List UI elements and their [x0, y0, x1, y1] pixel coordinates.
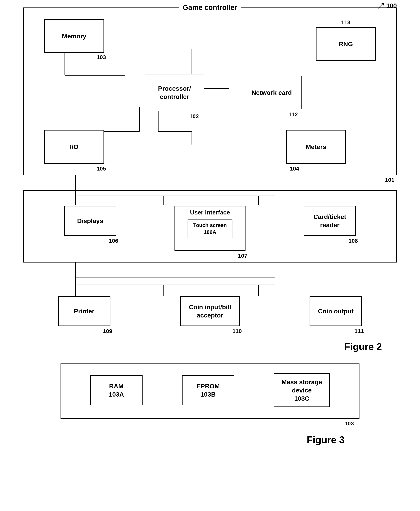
meters-ref: 104: [290, 166, 299, 172]
network-box: Network card: [242, 76, 301, 109]
card-ticket-container: Card/ticketreader 108: [304, 206, 356, 236]
figure3-box: RAM103A EPROM103B Mass storagedevice103C: [60, 364, 360, 419]
printer-ref: 109: [103, 328, 112, 334]
meters-box: Meters: [286, 130, 346, 164]
card-ticket-ref: 108: [348, 238, 358, 244]
card-ticket-label: Card/ticketreader: [313, 213, 346, 229]
processor-ref: 102: [189, 113, 199, 120]
coin-output-ref: 111: [354, 328, 364, 334]
displays-label: Displays: [77, 217, 103, 225]
mass-storage-box: Mass storagedevice103C: [274, 374, 330, 407]
displays-box: Displays: [64, 206, 116, 236]
user-interface-container: User interface Touch screen106A 107: [174, 206, 246, 251]
ram-label: RAM103A: [109, 382, 124, 398]
coin-input-container: Coin input/billacceptor 110: [180, 296, 240, 326]
user-interface-box: User interface Touch screen106A: [174, 206, 246, 251]
game-controller-title: Game controller: [179, 4, 241, 12]
io-box: I/O: [44, 130, 104, 164]
printer-box: Printer: [58, 296, 110, 326]
external-row1-wrapper: Displays 106 User interface Touch screen…: [23, 190, 397, 262]
row1-to-row2-connector: [23, 262, 397, 277]
rng-label: RNG: [339, 40, 353, 48]
ext-row1-box: Displays 106 User interface Touch screen…: [23, 190, 397, 262]
memory-label: Memory: [62, 32, 86, 40]
rng-box: RNG: [316, 27, 376, 61]
coin-input-box: Coin input/billacceptor: [180, 296, 240, 326]
network-label: Network card: [251, 88, 292, 97]
eprom-label: EPROM103B: [196, 382, 220, 398]
io-ref: 105: [97, 166, 106, 172]
memory-box: Memory: [44, 19, 104, 53]
figure2-caption: Figure 2: [23, 341, 397, 352]
mass-storage-container: Mass storagedevice103C: [274, 374, 330, 407]
eprom-container: EPROM103B: [182, 375, 234, 405]
fig3-ref-wrapper: 103: [60, 419, 360, 427]
processor-label: Processor/controller: [158, 84, 191, 101]
user-interface-label: User interface: [190, 209, 230, 216]
ram-container: RAM103A: [90, 375, 142, 405]
card-ticket-box: Card/ticketreader: [304, 206, 356, 236]
row1-row2-svg: [23, 262, 397, 277]
figure2-caption-text: Figure 2: [344, 341, 382, 352]
touch-screen-box: Touch screen106A: [188, 220, 232, 238]
eprom-box: EPROM103B: [182, 375, 234, 405]
io-connector-svg: [23, 175, 397, 190]
figure3-caption: Figure 3: [60, 434, 360, 445]
io-to-ext-connector: [23, 175, 397, 190]
coin-input-label: Coin input/billacceptor: [189, 303, 231, 319]
figure3-caption-text: Figure 3: [307, 434, 345, 445]
figure3-wrapper: RAM103A EPROM103B Mass storagedevice103C…: [60, 364, 360, 445]
meters-label: Meters: [306, 143, 326, 151]
printer-label: Printer: [74, 307, 95, 315]
game-controller-box: Game controller: [23, 8, 397, 175]
rng-container: 113 RNG: [316, 19, 376, 61]
user-interface-ref: 107: [238, 253, 247, 259]
ram-box: RAM103A: [90, 375, 142, 405]
memory-ref: 103: [97, 54, 106, 60]
coin-output-container: Coin output 111: [310, 296, 362, 326]
printer-container: Printer 109: [58, 296, 110, 326]
io-container: I/O 105: [44, 130, 104, 164]
processor-box: Processor/controller: [145, 74, 204, 111]
network-ref: 112: [288, 111, 298, 118]
external-row2-area: Printer 109 Coin input/billacceptor 110 …: [23, 277, 397, 326]
displays-ref: 106: [109, 238, 118, 244]
rng-ref-top: 113: [341, 19, 351, 26]
displays-container: Displays 106: [64, 206, 116, 236]
ext-row2-boxes: Printer 109 Coin input/billacceptor 110 …: [23, 277, 397, 326]
coin-output-box: Coin output: [310, 296, 362, 326]
meters-container: Meters 104: [286, 130, 346, 164]
processor-container: Processor/controller 102: [145, 74, 204, 111]
network-container: Network card 112: [242, 76, 301, 109]
coin-input-ref: 110: [232, 328, 242, 334]
touch-screen-label: Touch screen106A: [193, 222, 227, 236]
fig3-ref: 103: [345, 420, 354, 427]
memory-container: Memory 103: [44, 19, 104, 53]
mass-storage-label: Mass storagedevice103C: [282, 378, 322, 403]
io-label: I/O: [70, 143, 78, 151]
coin-output-label: Coin output: [318, 307, 354, 315]
